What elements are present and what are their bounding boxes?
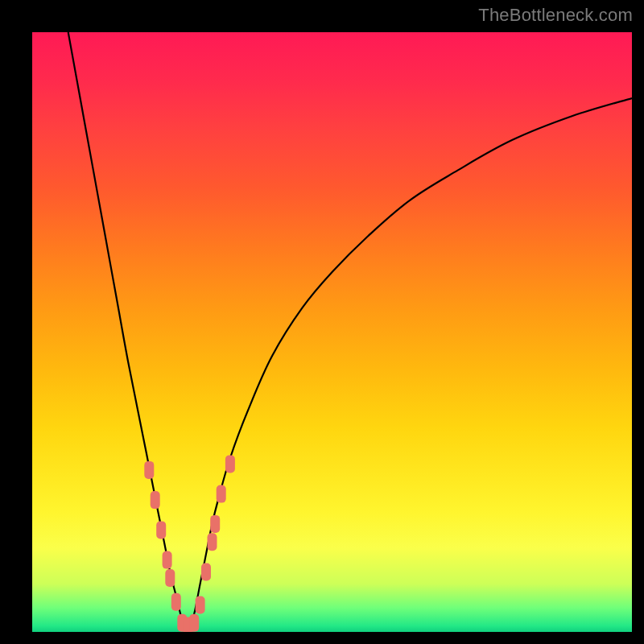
chart-frame: TheBottleneck.com (0, 0, 644, 644)
data-marker (151, 491, 160, 509)
data-marker (163, 551, 172, 569)
curve-right-branch (188, 98, 632, 632)
data-marker (196, 597, 205, 614)
data-marker (171, 593, 181, 611)
plot-area (32, 32, 632, 632)
data-marker (225, 455, 235, 473)
data-marker (156, 521, 166, 539)
data-marker (210, 515, 220, 533)
data-marker (189, 614, 199, 632)
data-marker (201, 564, 211, 581)
watermark-text: TheBottleneck.com (478, 5, 633, 26)
data-marker (217, 485, 226, 503)
curve-left-branch (68, 32, 188, 632)
curve-layer (32, 32, 632, 632)
curve-group (68, 32, 632, 632)
marker-group (144, 455, 235, 632)
data-marker (165, 569, 175, 587)
data-marker (144, 461, 154, 479)
data-marker (208, 533, 217, 551)
